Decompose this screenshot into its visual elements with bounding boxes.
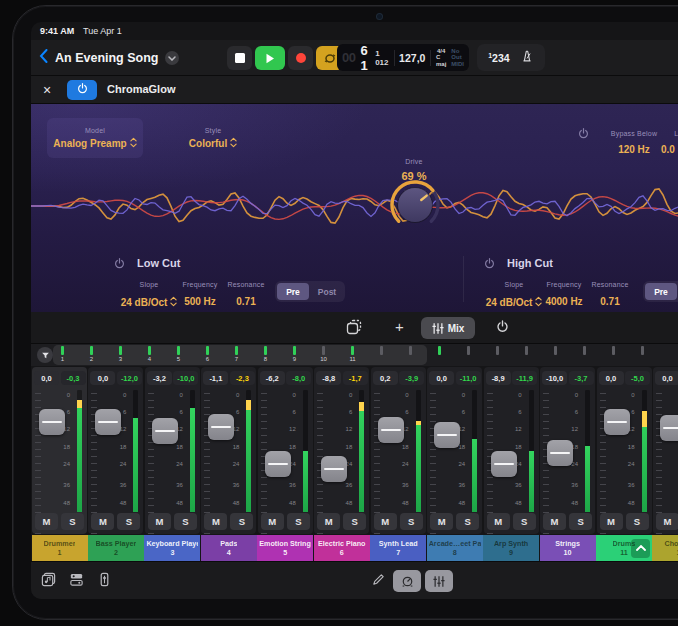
volume-value[interactable]: 0,0 — [599, 371, 624, 385]
plugins-icon[interactable] — [69, 572, 84, 587]
solo-button[interactable]: S — [174, 513, 197, 530]
metronome-icon[interactable] — [520, 49, 534, 67]
record-button[interactable] — [288, 46, 313, 70]
solo-button[interactable]: S — [456, 513, 479, 530]
track-name-banner[interactable]: Arp Synth9 — [483, 535, 539, 561]
fader-cap[interactable] — [547, 440, 573, 466]
style-selector[interactable]: Style Colorful — [173, 118, 253, 158]
mute-button[interactable]: M — [261, 513, 284, 530]
mute-button[interactable]: M — [91, 513, 114, 530]
high-cut-power-icon[interactable] — [483, 256, 496, 274]
peak-level-value[interactable]: -1,7 — [343, 371, 368, 385]
fader-cap[interactable] — [152, 418, 178, 444]
volume-value[interactable]: -8,9 — [486, 371, 511, 385]
solo-button[interactable]: S — [513, 513, 536, 530]
fader-cap[interactable] — [660, 415, 678, 441]
back-chevron-icon[interactable] — [39, 49, 48, 67]
fader-cap[interactable] — [434, 422, 460, 448]
track-overview-strip[interactable]: 1234567891011 — [31, 344, 678, 366]
close-plugin-icon[interactable]: × — [43, 81, 51, 99]
volume-value[interactable]: -1,1 — [203, 371, 228, 385]
mute-button[interactable]: M — [600, 513, 623, 530]
peak-level-value[interactable]: -12,0 — [117, 371, 142, 385]
track-name-banner[interactable]: Keyboard Player3 — [144, 535, 200, 561]
peak-level-value[interactable]: -10,0 — [173, 371, 198, 385]
duplicate-icon[interactable] — [346, 319, 362, 335]
solo-button[interactable]: S — [61, 513, 84, 530]
mute-button[interactable]: M — [374, 513, 397, 530]
track-name-banner[interactable]: Strings10 — [540, 535, 596, 561]
fader-cap[interactable] — [208, 414, 234, 440]
mute-button[interactable]: M — [317, 513, 340, 530]
mute-button[interactable]: M — [430, 513, 453, 530]
fader-cap[interactable] — [321, 456, 347, 482]
solo-button[interactable]: S — [117, 513, 140, 530]
fader-cap[interactable] — [265, 451, 291, 477]
solo-button[interactable]: S — [230, 513, 253, 530]
browser-icon[interactable] — [41, 572, 56, 587]
fader-cap[interactable] — [604, 409, 630, 435]
solo-button[interactable]: S — [569, 513, 592, 530]
volume-value[interactable]: -3,2 — [147, 371, 172, 385]
mixer-filter-icon[interactable] — [37, 347, 53, 363]
collapse-stack-button[interactable] — [631, 539, 650, 558]
bypass-power-icon[interactable] — [577, 126, 590, 144]
peak-level-value[interactable]: -11,0 — [456, 371, 481, 385]
lcd-display[interactable]: 00 6 1 1 012 127,0 4/4C maj No OutMIDI — [337, 44, 469, 71]
low-cut-resonance[interactable]: Resonance 0.71 — [213, 273, 279, 307]
peak-level-value[interactable]: -8,0 — [286, 371, 311, 385]
solo-button[interactable]: S — [287, 513, 310, 530]
pre-button[interactable]: Pre — [277, 283, 309, 300]
high-cut-resonance[interactable]: Resonance 0.71 — [577, 273, 643, 307]
volume-value[interactable]: -10,0 — [542, 371, 567, 385]
solo-button[interactable]: S — [343, 513, 366, 530]
count-in-button[interactable]: 1234 — [488, 52, 509, 64]
pencil-icon[interactable] — [371, 572, 386, 587]
song-title[interactable]: An Evening Song — [55, 51, 158, 65]
fader-cap[interactable] — [39, 409, 65, 435]
mixer-view-button[interactable] — [425, 570, 453, 592]
track-name-banner[interactable]: Drummer1 — [32, 535, 88, 561]
low-cut-power-icon[interactable] — [113, 256, 126, 274]
track-name-banner[interactable]: Chorus V12 — [652, 535, 678, 561]
track-name-banner[interactable]: Electric Piano6 — [314, 535, 370, 561]
solo-button[interactable]: S — [400, 513, 423, 530]
mute-button[interactable]: M — [487, 513, 510, 530]
track-name-banner[interactable]: Synth Lead7 — [370, 535, 426, 561]
mute-button[interactable]: M — [543, 513, 566, 530]
plugin-power-button[interactable] — [67, 80, 97, 100]
post-button[interactable]: Post — [311, 283, 343, 300]
stop-button[interactable] — [227, 46, 252, 70]
track-name-banner[interactable]: Drums11 — [596, 535, 652, 561]
drive-knob[interactable] — [386, 176, 444, 234]
volume-value[interactable]: 0,0 — [429, 371, 454, 385]
song-menu-button[interactable] — [165, 51, 179, 65]
volume-value[interactable]: 0,0 — [90, 371, 115, 385]
track-name-banner[interactable]: Bass Player2 — [88, 535, 144, 561]
mute-button[interactable]: M — [35, 513, 58, 530]
volume-value[interactable]: 0,2 — [373, 371, 398, 385]
solo-button[interactable]: S — [626, 513, 649, 530]
plugin-view-button[interactable] — [393, 570, 421, 592]
volume-value[interactable]: -8,8 — [316, 371, 341, 385]
overview-viewport[interactable] — [53, 345, 427, 365]
volume-value[interactable]: 0,0 — [655, 371, 678, 385]
mixer-power-icon[interactable] — [495, 319, 510, 334]
mute-button[interactable]: M — [656, 513, 678, 530]
track-name-banner[interactable]: Arcade…eet Pad8 — [427, 535, 483, 561]
peak-level-value[interactable]: -2,3 — [230, 371, 255, 385]
volume-value[interactable]: 0,0 — [34, 371, 59, 385]
track-name-banner[interactable]: Emotion Strings5 — [257, 535, 313, 561]
fader-cap[interactable] — [95, 409, 121, 435]
fader-strip-icon[interactable] — [97, 572, 112, 587]
peak-level-value[interactable]: -3,7 — [569, 371, 594, 385]
add-track-button[interactable]: + — [395, 318, 404, 335]
model-selector[interactable]: Model Analog Preamp — [47, 118, 143, 158]
mix-mode-button[interactable]: Mix — [421, 317, 475, 339]
volume-value[interactable]: -6,2 — [260, 371, 285, 385]
fader-cap[interactable] — [378, 417, 404, 443]
peak-level-value[interactable]: -3,9 — [399, 371, 424, 385]
mute-button[interactable]: M — [204, 513, 227, 530]
peak-level-value[interactable]: -0,3 — [61, 371, 86, 385]
fader-cap[interactable] — [491, 451, 517, 477]
